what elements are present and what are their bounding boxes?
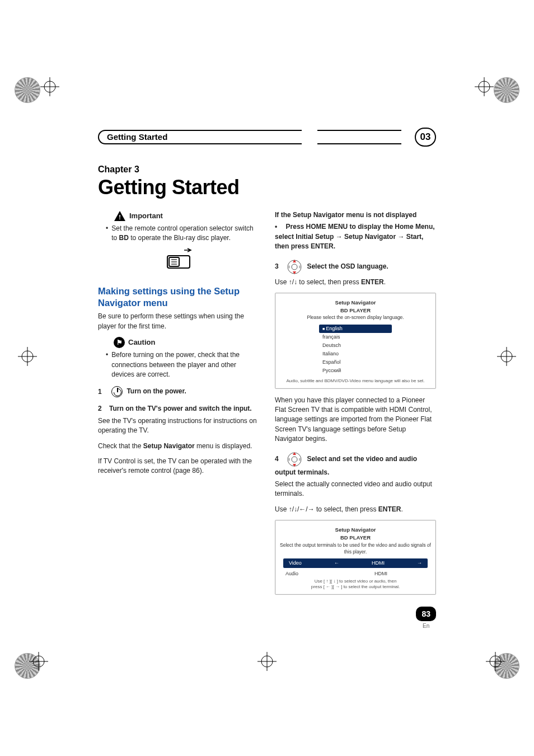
- osd-title: Setup Navigator: [280, 299, 431, 307]
- dpad-icon: [286, 451, 303, 468]
- section-intro: Be sure to perform these settings when u…: [98, 312, 259, 331]
- text-bold: Setup Navigator: [143, 442, 195, 450]
- right-column: If the Setup Navigator menu is not displ…: [275, 210, 436, 602]
- text-bold: ENTER: [378, 505, 401, 513]
- up-down-arrow-icon: ↑/↓: [289, 278, 297, 286]
- calibration-wheel: [494, 77, 519, 103]
- osd-subtitle: BD PLAYER: [280, 534, 431, 542]
- dpad-icon: [286, 259, 303, 275]
- svg-point-29: [292, 264, 297, 270]
- all-arrows-icon: ↑/↓/←/→: [289, 505, 315, 513]
- text-bold: BD: [119, 234, 129, 242]
- osd-footnote: Audio, subtitle and BDMV/DVD-Video menu …: [280, 378, 431, 384]
- chapter-label: Chapter 3: [98, 165, 436, 175]
- text: press [ ← ][ → ] to select the output te…: [280, 584, 431, 590]
- osd-row-label: Video: [289, 560, 302, 567]
- osd-row-value: HDMI: [372, 560, 385, 567]
- step-title: Turn on the TV's power and switch the in…: [109, 405, 252, 412]
- after-osd1-text: When you have this player connected to a…: [275, 396, 436, 444]
- osd-language-option: Italiano: [319, 350, 392, 358]
- step-4: 4 Select and set the video and audio out…: [275, 451, 436, 477]
- text: Use: [275, 505, 289, 513]
- power-icon: [111, 386, 123, 397]
- osd-language-screenshot: Setup Navigator BD PLAYER Please select …: [275, 293, 436, 389]
- header-rule: [317, 130, 401, 144]
- left-column: ! Important • Set the remote control ope…: [98, 210, 259, 602]
- bullet-dot: •: [106, 350, 108, 379]
- bullet-dot: •: [106, 224, 108, 243]
- step-2-p2: Check that the Setup Navigator menu is d…: [98, 442, 259, 451]
- osd-row-label: Audio: [285, 570, 298, 577]
- calibration-wheel: [15, 77, 40, 103]
- caution-circle-icon: ⚑: [114, 337, 125, 348]
- osd-title: Setup Navigator: [280, 526, 431, 534]
- step-3-instruction: Use ↑/↓ to select, then press ENTER.: [275, 278, 436, 287]
- page-number: 83: [416, 607, 436, 621]
- osd-language-list: English français Deutsch Italiano Españo…: [319, 325, 392, 375]
- text-bold: ENTER: [361, 278, 384, 286]
- step-number: 2: [98, 405, 102, 412]
- osd-language-option-selected: English: [319, 325, 392, 333]
- chapter-number-badge: 03: [415, 128, 436, 147]
- crosshair-icon: [29, 652, 48, 671]
- step-2-p1: See the TV's operating instructions for …: [98, 416, 259, 436]
- text: to operate the Blu-ray disc player.: [129, 234, 231, 242]
- important-label: Important: [129, 211, 163, 222]
- page-title: Getting Started: [98, 176, 436, 199]
- conditional-heading: If the Setup Navigator menu is not displ…: [275, 210, 436, 220]
- section-title: Getting Started: [98, 130, 302, 144]
- section-header: Getting Started 03: [98, 130, 436, 144]
- step-4-p1: Select the actually connected video and …: [275, 480, 436, 499]
- text: to select, then press: [297, 278, 361, 286]
- caution-label: Caution: [128, 337, 155, 348]
- step-number: 1: [98, 388, 102, 396]
- crosshair-icon: [40, 77, 59, 96]
- step-3: 3 Select the OSD language.: [275, 259, 436, 275]
- text: to select, then press: [315, 505, 378, 513]
- osd-subtitle: BD PLAYER: [280, 307, 431, 314]
- text: .: [401, 505, 402, 513]
- osd-language-option: Русский: [319, 367, 392, 375]
- text: .: [384, 278, 386, 286]
- svg-text:!: !: [119, 214, 121, 220]
- conditional-instruction: • Press HOME MENU to display the Home Me…: [275, 222, 436, 251]
- osd-output-screenshot: Setup Navigator BD PLAYER Select the out…: [275, 520, 436, 594]
- step-number: 4: [275, 455, 279, 463]
- osd-prompt: Select the output terminals to be used f…: [280, 542, 431, 556]
- warning-triangle-icon: !: [114, 210, 126, 222]
- text: Use: [275, 278, 289, 286]
- right-arrow-icon: →: [417, 560, 422, 567]
- osd-language-option: Español: [319, 358, 392, 367]
- text: Check that the: [98, 442, 143, 450]
- crosshair-icon: [486, 652, 505, 671]
- step-2-p3: If TV Control is set, the TV can be oper…: [98, 457, 259, 476]
- page-language: En: [416, 622, 436, 631]
- left-arrow-icon: ←: [334, 560, 339, 567]
- step-number: 3: [275, 262, 279, 270]
- text: Use [ ↑ ][ ↓ ] to select video or audio,…: [280, 579, 431, 584]
- osd-row-video: Video ← HDMI →: [283, 558, 428, 568]
- crosshair-icon: [18, 347, 37, 366]
- step-4-p2: Use ↑/↓/←/→ to select, then press ENTER.: [275, 505, 436, 514]
- svg-point-35: [292, 457, 297, 462]
- osd-row-audio: Audio HDMI: [280, 569, 431, 579]
- text: menu is displayed.: [195, 442, 252, 450]
- osd-footnote: Use [ ↑ ][ ↓ ] to select video or audio,…: [280, 579, 431, 589]
- osd-language-option: français: [319, 333, 392, 341]
- step-title: Select the OSD language.: [307, 262, 388, 270]
- osd-row-value: HDMI: [374, 570, 387, 577]
- osd-prompt: Please select the on-screen display lang…: [280, 314, 431, 321]
- important-text: Set the remote control operation selecto…: [111, 224, 259, 243]
- section-heading: Making settings using the Setup Navigato…: [98, 285, 259, 308]
- caution-text: Before turning on the power, check that …: [111, 350, 259, 379]
- selector-switch-figure: [98, 248, 259, 275]
- crosshair-icon: [257, 652, 277, 671]
- page-number-badge: 83 En: [416, 607, 436, 631]
- step-2: 2 Turn on the TV's power and switch the …: [98, 404, 259, 414]
- crosshair-icon: [475, 77, 494, 96]
- step-title: Turn on the power.: [127, 388, 186, 396]
- crosshair-icon: [497, 347, 516, 366]
- step-1: 1 Turn on the power.: [98, 386, 259, 397]
- osd-language-option: Deutsch: [319, 341, 392, 350]
